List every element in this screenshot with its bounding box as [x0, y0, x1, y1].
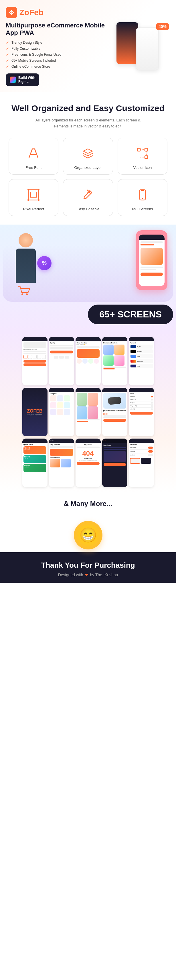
svg-point-6: [38, 189, 40, 191]
feature-card-free-font: Free Font: [9, 138, 58, 175]
so-body: Special Offers 40% OFF Today's Special 5…: [22, 443, 48, 473]
dark-banner: [104, 451, 126, 462]
divider: [50, 355, 73, 355]
set-body: Settings English (US) Chinese (CN) Hindi…: [129, 392, 154, 415]
notif-hdr: [129, 439, 154, 443]
dk-l1: [104, 447, 126, 448]
notif-3-text: New Arrivals: [130, 455, 135, 456]
check-icon-2: ✓: [6, 46, 9, 51]
dark-theme: [141, 458, 151, 464]
mascot-emoji: 😁: [74, 521, 102, 549]
search-bar: Search Here...: [77, 346, 99, 348]
check-icon-4: ✓: [6, 58, 9, 63]
product-listing-screen: [75, 388, 101, 436]
feature-list: ✓ Trendy Design Style ✓ Fully Customizab…: [6, 40, 109, 69]
organized-section: Well Organized and Easy Customized All l…: [0, 92, 176, 225]
paypal-label: PayPal: [137, 346, 141, 347]
elec-hdr: [102, 337, 127, 341]
splash-bg: ZOFEB Every product you need: [22, 388, 48, 436]
figma-icon: [10, 76, 16, 83]
cat-g7: [50, 409, 56, 415]
phone-nav-bar: [139, 235, 165, 240]
svg-rect-3: [28, 190, 38, 200]
nf-search: [77, 447, 99, 448]
signup-hdr: [49, 337, 74, 341]
promo-banner: [50, 449, 73, 456]
hero-phone-2: [136, 27, 159, 70]
notif-1: Order Updates: [130, 446, 153, 450]
add-to-cart-btn: [103, 419, 126, 422]
dark-content: Dark Mode: [102, 443, 127, 468]
nf-text: Not Found: [77, 457, 99, 459]
paypal-row: PayPal: [130, 345, 153, 348]
svg-point-7: [27, 199, 29, 201]
cat-3: [88, 359, 93, 364]
pc-hdr: [22, 337, 48, 341]
apple-pay-label: Apple Pay: [137, 351, 142, 352]
easy-editable-label: Easy Editable: [77, 207, 99, 211]
figma-badge[interactable]: Build With Figma: [6, 73, 39, 86]
google-btn: [54, 356, 58, 359]
cat-2: [82, 359, 88, 364]
screens-icon: [134, 186, 151, 204]
signup-btn: [50, 351, 73, 353]
zofeb-logo: [24, 342, 46, 348]
facebook-btn: [59, 356, 64, 359]
splash-tagline: Every product you need: [27, 414, 42, 415]
prod-3: [103, 355, 114, 366]
product-image: [141, 248, 163, 265]
organized-subtitle: All layers organized for each screen & e…: [28, 118, 148, 129]
hero-left: Multipurpose eCommerce Mobile App PWA ✓ …: [6, 22, 109, 86]
logo-icon: [6, 7, 17, 18]
svg-point-11: [142, 198, 143, 199]
resend-btn: [24, 360, 46, 363]
cta-btn: [141, 272, 163, 276]
notif-2: Promotions: [130, 450, 153, 453]
dash-body: Hey, Jessica Search Here... Featured Pro…: [49, 443, 74, 468]
notif-title: Notifications: [130, 444, 153, 445]
home-jessica-screen: Zofeb Hey, Jessica Good Morning ☀️ Searc…: [75, 337, 101, 385]
offer-3: 60% OFF New Arrivals: [24, 464, 46, 472]
shoe-title: ASLAN Men's Blender G3 Sports Running Sh…: [103, 410, 126, 412]
save-btn: [130, 412, 153, 415]
dash-hdr: Emilia: [49, 439, 74, 443]
home-body: Hey, Jessica Good Morning ☀️ Search Here…: [75, 341, 101, 365]
off60-sub: New Arrivals: [24, 466, 45, 468]
cat-4: [94, 359, 99, 364]
free-font-label: Free Font: [26, 165, 42, 170]
nf-body: Hey, Jessica 404 Not Found Sorry, the pa…: [75, 443, 101, 466]
categories-screen: Categories: [49, 388, 74, 436]
feature-card-organized-layer: Organized Layer: [63, 138, 113, 175]
so-title: Special Offers: [24, 444, 46, 445]
en-label: English (US): [130, 396, 136, 397]
organized-title: Well Organized and Easy Customized: [6, 103, 170, 113]
featured-products: [50, 459, 73, 468]
google-pay-row: G Pay: [130, 354, 153, 358]
more-text: & Many More...: [3, 500, 173, 508]
offer-2: 50% OFF Flash Sale: [24, 455, 46, 463]
cat-g5: [57, 402, 63, 408]
heart-icon: ❤: [85, 573, 88, 577]
screens-showcase-section: % 65+ SCREENS Verify Phone Number: [0, 224, 176, 492]
figma-text: Build With Figma: [18, 76, 35, 84]
big-phone-mockup: [136, 230, 167, 290]
lang-en: English (US): [130, 395, 153, 398]
shoe-body: ASLAN Men's Blender G3 Sports Running Sh…: [102, 392, 127, 423]
phone-content: [139, 240, 165, 278]
sl2: [50, 347, 73, 348]
feature-item-3: ✓ Free Icons & Google Fonts Used: [6, 52, 109, 57]
screens-row-1: Verify Phone Number Sign Up: [3, 337, 173, 385]
pay-title: Payment: [130, 342, 153, 344]
check-icon-1: ✓: [6, 40, 9, 45]
line4: [141, 269, 156, 270]
discount-badge: 40%: [156, 23, 169, 30]
notif-3: New Arrivals: [130, 453, 153, 457]
character-head: [19, 233, 33, 247]
pll2: [77, 421, 88, 422]
prod-4: [114, 355, 125, 366]
pl-3: [77, 406, 87, 419]
visa-logo: [131, 364, 136, 368]
nf-btn: [77, 462, 99, 465]
elec-body: Electronics Products: [102, 341, 127, 371]
mascot-section: 😁: [0, 515, 176, 552]
